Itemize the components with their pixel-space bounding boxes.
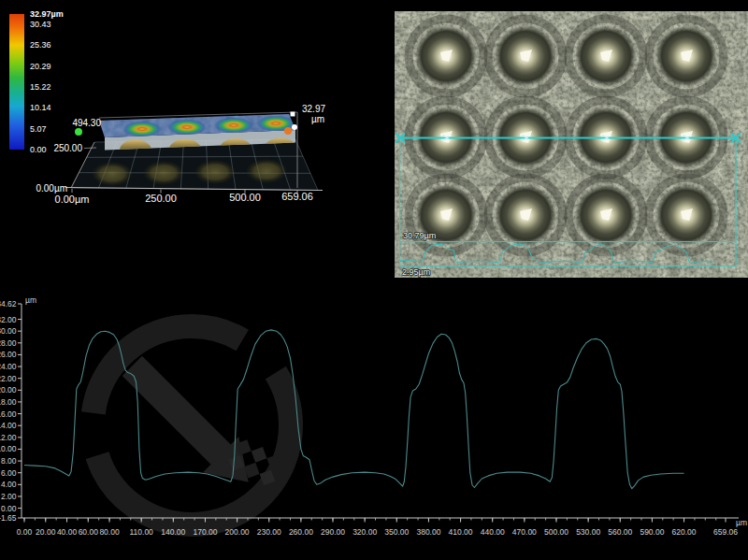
measure-max-label: 30.79µm (403, 231, 436, 240)
measure-start-marker-green[interactable] (75, 128, 82, 136)
x-tick-label: 380.00 (416, 527, 440, 537)
x-tick-label: 140.00 (161, 527, 185, 537)
app-window: 32.97µm30.4325.3620.2915.2210.145.070.00 (0, 0, 748, 560)
x-tick-label: 20.00 (36, 527, 56, 537)
3d-scene[interactable] (65, 110, 323, 194)
x-tick-label: 440.00 (481, 527, 505, 537)
y-tick-label: 14.00 (0, 421, 17, 430)
y-tick-label: 10.00 (0, 444, 17, 453)
profile-chart-panel[interactable]: 34.6232.0030.0028.0026.0024.0022.0020.00… (0, 280, 748, 560)
z-unit-label: µm (311, 114, 324, 124)
y-tick-label: 4.00 (1, 480, 17, 489)
x3d-label-250: 250.00 (145, 193, 177, 204)
x-tick-label: 110.00 (129, 527, 153, 537)
y-tick-label: 12.00 (0, 433, 17, 442)
y-tick-label: 34.62 (0, 299, 17, 309)
x-tick-label: 500.00 (544, 527, 568, 537)
x-tick-label: 80.00 (99, 527, 120, 537)
x3d-label-659: 659.06 (281, 191, 313, 202)
y-tick-label: 16.00 (0, 409, 17, 419)
y-tick-label: 22.00 (0, 374, 17, 383)
y-tick-label: 2.00 (1, 492, 17, 501)
y-tick-label: 28.00 (0, 338, 17, 348)
x3d-label-500: 500.00 (229, 192, 261, 203)
x-tick-label: 200.00 (225, 527, 250, 537)
3d-height-view-panel[interactable]: 32.97µm30.4325.3620.2915.2210.145.070.00 (0, 0, 394, 280)
y-tick-label: -1.65 (0, 513, 17, 523)
y-tick-label: 26.00 (0, 350, 17, 359)
x3d-label-0: 0.00µm (55, 194, 90, 205)
x-tick-label: 530.00 (576, 527, 600, 537)
depth-label-250: 250.00 (53, 143, 82, 153)
x-tick-label: 60.00 (79, 527, 99, 537)
x-tick-label: 620.00 (672, 527, 697, 537)
measure-min-label: 2.95µm (402, 267, 430, 277)
colorbar-label: 20.29 (30, 62, 51, 71)
z-max-label: 32.97 (302, 104, 325, 114)
x-tick-label: 230.00 (257, 527, 281, 537)
colorbar-label: 5.07 (30, 124, 47, 134)
x-tick-label: 260.00 (289, 527, 313, 537)
microscope-image[interactable] (396, 11, 748, 278)
y-tick-label: 8.00 (1, 456, 17, 466)
surface-bumps (409, 19, 724, 252)
y-tick-label: 0.00 (1, 504, 17, 513)
depth-label-0: 0.00µm (36, 183, 67, 194)
3d-depth-tick-250 (84, 148, 96, 149)
y-tick-label: 24.00 (0, 362, 17, 371)
colorbar-label: 30.43 (30, 20, 51, 29)
x-tick-label: 290.00 (321, 527, 345, 537)
colorbar-label: 15.22 (30, 82, 51, 92)
microscope-image-panel[interactable]: 30.79µm 2.95µm (394, 0, 748, 280)
colorbar-label: 25.36 (30, 40, 51, 50)
x-tick-label: 170.00 (193, 527, 217, 537)
colorbar-label: 10.14 (30, 103, 51, 112)
y-tick-label: 18.00 (0, 397, 17, 407)
colorbar-gradient-bar (9, 14, 24, 150)
colorbar-label: 0.00 (30, 145, 47, 154)
x-tick-label: 320.00 (352, 527, 377, 537)
z-marker-dot (292, 124, 297, 130)
y-tick-label: 6.00 (1, 468, 17, 478)
y-tick-label: 32.00 (0, 315, 17, 324)
depth-label-494: 494.30 (72, 118, 101, 128)
x-tick-label: 350.00 (384, 527, 409, 537)
x-tick-label: 0.00 (17, 527, 33, 537)
measure-end-marker-orange[interactable] (284, 127, 292, 135)
x-tick-label: 410.00 (449, 527, 473, 537)
x-axis-unit-label: µm (736, 518, 747, 527)
x-tick-label: 40.00 (57, 527, 78, 537)
x-tick-label: 470.00 (512, 527, 537, 537)
colorbar-label: 32.97µm (30, 9, 64, 19)
y-axis-unit-label: µm (25, 295, 36, 305)
z-max-square-marker (291, 112, 295, 117)
y-tick-label: 30.00 (0, 326, 17, 336)
y-tick-label: 20.00 (0, 385, 17, 395)
x-tick-label: 659.06 (713, 527, 738, 537)
x-tick-label: 560.00 (608, 527, 632, 537)
x-tick-label: 590.00 (640, 527, 664, 537)
